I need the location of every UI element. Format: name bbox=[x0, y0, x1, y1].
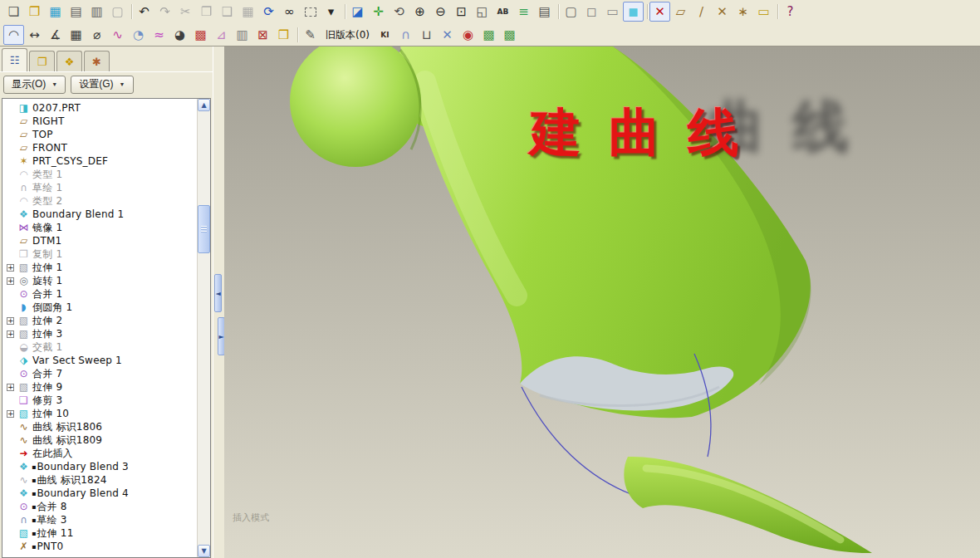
tree-scrollbar[interactable]: ▲ ▼ bbox=[197, 99, 210, 557]
model-tree-row[interactable]: ▱ RIGHT bbox=[4, 115, 210, 128]
model-tree-row[interactable]: ◨ 0207.PRT bbox=[4, 101, 210, 115]
graphics-viewport[interactable]: 曲线 建曲线 插入模式 bbox=[224, 46, 980, 558]
context-help-button[interactable]: ? bbox=[780, 2, 801, 22]
new-file-button[interactable]: ❏ bbox=[3, 2, 24, 22]
redo-button[interactable]: ↷ bbox=[154, 2, 175, 22]
expand-toggle[interactable]: + bbox=[7, 384, 14, 391]
show-dropdown-button[interactable]: 显示(O) ▼ bbox=[3, 76, 66, 94]
undo-button[interactable]: ↶ bbox=[134, 2, 154, 22]
measure-angle-button[interactable]: ∡ bbox=[45, 25, 66, 45]
expand-toggle[interactable] bbox=[7, 450, 14, 458]
reorient-button[interactable]: ◱ bbox=[472, 2, 492, 22]
scroll-up-arrow[interactable]: ▲ bbox=[198, 99, 210, 111]
expand-toggle[interactable]: + bbox=[7, 317, 14, 325]
history-tab[interactable]: ✱ bbox=[84, 51, 110, 71]
model-tree-row[interactable]: ◠ 类型 2 bbox=[4, 194, 210, 208]
spin-center-toggle[interactable]: ✛ bbox=[368, 2, 389, 22]
expand-toggle[interactable] bbox=[7, 423, 14, 431]
open-file-button[interactable]: ❐ bbox=[24, 2, 45, 22]
round-pair-button[interactable]: ∩ bbox=[395, 25, 416, 45]
measure-distance-button[interactable]: ↔ bbox=[24, 25, 45, 45]
expand-toggle[interactable] bbox=[7, 503, 14, 511]
datum-display-off-toggle[interactable]: ✕ bbox=[649, 2, 670, 22]
expand-toggle[interactable] bbox=[7, 304, 14, 311]
model-tree-row[interactable]: ✶ PRT_CSYS_DEF bbox=[4, 154, 210, 168]
favorites-tab[interactable]: ❖ bbox=[56, 51, 82, 71]
paste-button[interactable]: ❑ bbox=[217, 2, 238, 22]
model-tree-row[interactable]: ∿ 曲线 标识1809 bbox=[4, 433, 210, 447]
model-tree-row[interactable]: ◒ 交截 1 bbox=[4, 340, 210, 354]
copy-button[interactable]: ❐ bbox=[196, 2, 217, 22]
expand-toggle[interactable] bbox=[7, 171, 14, 179]
print-plot-button[interactable]: ▥ bbox=[86, 2, 107, 22]
measure-curve-button[interactable]: ◠ bbox=[3, 25, 24, 45]
expand-toggle[interactable]: + bbox=[7, 330, 14, 338]
model-tree-row[interactable]: + ▧ 拉伸 3 bbox=[4, 327, 210, 340]
curvature-analysis-button[interactable]: ≈ bbox=[149, 25, 169, 45]
annotation-display-toggle[interactable]: ▭ bbox=[753, 2, 774, 22]
expand-toggle[interactable] bbox=[7, 224, 14, 232]
model-tree-row[interactable]: ❑ 修剪 3 bbox=[4, 394, 210, 407]
color-map-analysis-button[interactable]: ▩ bbox=[190, 25, 211, 45]
expand-toggle[interactable] bbox=[7, 105, 14, 112]
model-tree-row[interactable]: ⊙ ▪ 合并 8 bbox=[4, 500, 210, 513]
expand-toggle[interactable] bbox=[7, 477, 14, 484]
model-tree-row[interactable]: ◗ 倒圆角 1 bbox=[4, 301, 210, 314]
paste-special-button[interactable]: ▦ bbox=[238, 2, 258, 22]
model-tree-row[interactable]: ⬗ Var Sect Sweep 1 bbox=[4, 354, 210, 367]
measure-diameter-button[interactable]: ⌀ bbox=[86, 25, 107, 45]
expand-toggle[interactable] bbox=[7, 357, 14, 365]
model-tree-row[interactable]: ∩ 草绘 1 bbox=[4, 181, 210, 194]
axis-display-toggle[interactable]: ∕ bbox=[691, 2, 712, 22]
model-tree-row[interactable]: ∿ ▪ 曲线 标识1824 bbox=[4, 473, 210, 487]
measure-area-button[interactable]: ▦ bbox=[66, 25, 86, 45]
csys-display-toggle[interactable]: ∗ bbox=[733, 2, 753, 22]
expand-toggle[interactable] bbox=[7, 291, 14, 298]
expand-toggle[interactable] bbox=[7, 118, 14, 125]
ki-tool-button[interactable]: KI bbox=[375, 25, 395, 45]
model-tree-row[interactable]: + ▧ 拉伸 9 bbox=[4, 380, 210, 394]
expand-toggle[interactable] bbox=[7, 131, 14, 139]
expand-toggle[interactable] bbox=[7, 344, 14, 351]
selection-filter-arrow[interactable]: ▾ bbox=[321, 2, 341, 22]
model-tree-row[interactable]: ▱ TOP bbox=[4, 128, 210, 141]
model-tree-row[interactable]: + ▧ 拉伸 2 bbox=[4, 314, 210, 327]
cut-button[interactable]: ✂ bbox=[175, 2, 196, 22]
plane-display-toggle[interactable]: ▱ bbox=[670, 2, 691, 22]
model-tree-row[interactable]: ∿ 曲线 标识1806 bbox=[4, 420, 210, 433]
refit-button[interactable]: ⊡ bbox=[451, 2, 472, 22]
selection-filter-box[interactable]: ▭ bbox=[300, 2, 321, 22]
expand-toggle[interactable] bbox=[7, 490, 14, 497]
view-manager-button[interactable]: ▤ bbox=[534, 2, 555, 22]
model-tree-row[interactable]: ⊙ 合并 7 bbox=[4, 367, 210, 380]
expand-toggle[interactable] bbox=[7, 251, 14, 258]
model-tree-row[interactable]: + ▧ 拉伸 10 bbox=[4, 407, 210, 420]
hidden-line-display-button[interactable]: ◻ bbox=[581, 2, 602, 22]
model-tree-row[interactable]: ⊙ 合并 1 bbox=[4, 287, 210, 301]
expand-toggle[interactable] bbox=[7, 543, 14, 551]
print-button[interactable]: ▤ bbox=[66, 2, 86, 22]
wireframe-display-button[interactable]: ▢ bbox=[561, 2, 581, 22]
shaded-curvature-button[interactable]: ◕ bbox=[169, 25, 190, 45]
sketcher-tool-button[interactable]: ✎ bbox=[300, 25, 321, 45]
no-hidden-display-button[interactable]: ▭ bbox=[602, 2, 623, 22]
expand-toggle[interactable] bbox=[7, 198, 14, 205]
expand-toggle[interactable] bbox=[7, 237, 14, 245]
regenerate-button[interactable]: ⟳ bbox=[258, 2, 279, 22]
scrollbar-thumb[interactable] bbox=[198, 205, 210, 253]
model-tree-row[interactable]: ➜ 在此插入 bbox=[4, 447, 210, 460]
u-trim-button[interactable]: ⊔ bbox=[416, 25, 437, 45]
save-file-button[interactable]: ▦ bbox=[45, 2, 66, 22]
saved-analyses-button[interactable]: ▥ bbox=[232, 25, 252, 45]
folder-browser-tab[interactable]: ❐ bbox=[29, 51, 55, 71]
model-tree-row[interactable]: ❐ 复制 1 bbox=[4, 247, 210, 261]
expand-toggle[interactable]: + bbox=[7, 277, 14, 285]
analyses-folder-button[interactable]: ❒ bbox=[273, 25, 294, 45]
expand-toggle[interactable] bbox=[7, 530, 14, 537]
expand-toggle[interactable] bbox=[7, 144, 14, 152]
point-display-toggle[interactable]: ✕ bbox=[712, 2, 733, 22]
scroll-down-arrow[interactable]: ▼ bbox=[198, 545, 210, 557]
render-room-button[interactable]: ▩ bbox=[499, 25, 520, 45]
curve-analysis-button[interactable]: ∿ bbox=[107, 25, 128, 45]
saved-views-button[interactable]: AB bbox=[492, 2, 513, 22]
